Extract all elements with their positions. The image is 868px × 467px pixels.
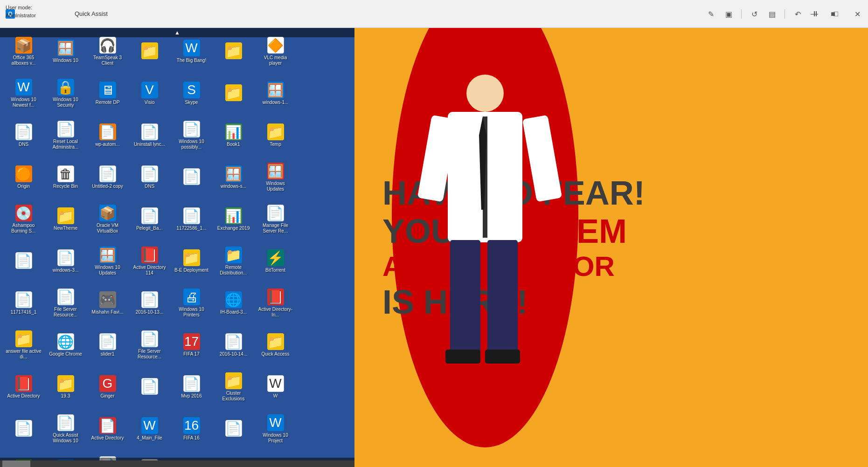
desktop-icon-42[interactable]: 📄11717416_1: [4, 283, 43, 323]
desktop-icon-21[interactable]: 🟠Origin: [4, 158, 43, 197]
desktop-icon-17[interactable]: 📄Uninstall lync...: [130, 116, 169, 155]
desktop-icon-65[interactable]: 📄Active Directory: [88, 409, 127, 449]
desktop-icon-14[interactable]: 📄DNS: [4, 116, 43, 155]
maximize-button[interactable]: □: [825, 0, 847, 28]
icon-img-49: 📁: [15, 330, 32, 347]
desktop-icon-60[interactable]: 📄Mvp 2016: [172, 367, 211, 407]
desktop-icon-33[interactable]: 📊Exchange 2019: [214, 199, 253, 239]
desktop-icon-12[interactable]: 📁: [214, 74, 253, 113]
desktop-icon-1[interactable]: 🪟Windows 10: [46, 32, 85, 71]
desktop-icon-41[interactable]: ⚡BitTorrent: [256, 241, 295, 281]
desktop-icon-6[interactable]: 🔶VLC media player: [256, 32, 295, 71]
undo-button[interactable]: ↶: [791, 7, 805, 21]
desktop-icon-29[interactable]: 📁NewTheme: [46, 199, 85, 239]
icon-img-13: 🪟: [267, 82, 284, 98]
desktop-icon-19[interactable]: 📊Book1: [214, 116, 253, 155]
horizontal-scrollbar[interactable]: [0, 460, 354, 467]
desktop-icon-67[interactable]: 16FIFA 16: [172, 409, 211, 449]
desktop-icon-13[interactable]: 🪟windows-1...: [256, 74, 295, 113]
icon-label-55: Quick Access: [261, 351, 289, 357]
layout-button[interactable]: ▤: [765, 7, 779, 21]
icon-img-40: 📁: [225, 247, 242, 263]
refresh-button[interactable]: ↺: [747, 7, 761, 21]
edit-button[interactable]: ✎: [704, 7, 718, 21]
desktop-icon-37[interactable]: 🪟Windows 10 Updates: [88, 241, 127, 281]
desktop-icon-69[interactable]: WWindows 10 Project: [256, 409, 295, 449]
desktop-icon-23[interactable]: 📄Untitled-2 copy: [88, 158, 127, 197]
desktop-icon-34[interactable]: 📄Manage File Server Re...: [256, 199, 295, 239]
desktop-icon-50[interactable]: 🌐Google Chrome: [46, 325, 85, 365]
desktop-icon-2[interactable]: 🎧TeamSpeak 3 Client: [88, 32, 127, 71]
desktop-icon-36[interactable]: 📄windows-3...: [46, 241, 85, 281]
desktop-icon-55[interactable]: 📁Quick Access: [256, 325, 295, 365]
desktop-icon-49[interactable]: 📁answer file active di...: [4, 325, 43, 365]
desktop-icon-54[interactable]: 📄2016-10-14...: [214, 325, 253, 365]
desktop-icon-8[interactable]: 🔒Windows 10 Security: [46, 74, 85, 113]
desktop-icon-18[interactable]: 📄Windows 10 possibly...: [172, 116, 211, 155]
icon-label-41: BitTorrent: [265, 268, 285, 273]
character-silhouette: [410, 56, 569, 429]
desktop-icon-53[interactable]: 17FIFA 17: [172, 325, 211, 365]
desktop-icon-51[interactable]: 📄slider1: [88, 325, 127, 365]
icon-img-1: 🪟: [57, 40, 74, 56]
desktop-icon-26[interactable]: 🪟windows-s...: [214, 158, 253, 197]
icon-label-66: 4_Main_File: [137, 435, 162, 441]
icon-label-40: Remote Distribution...: [215, 265, 251, 276]
desktop-icon-3[interactable]: 📁: [130, 32, 169, 71]
desktop-icon-58[interactable]: GGinger: [88, 367, 127, 407]
desktop-icon-40[interactable]: 📁Remote Distribution...: [214, 241, 253, 281]
desktop-icon-44[interactable]: 🎮Mishahn Favi...: [88, 283, 127, 323]
icon-label-1: Windows 10: [53, 58, 78, 63]
icon-img-39: 📁: [183, 249, 200, 266]
icon-label-69: Windows 10 Project: [257, 433, 293, 444]
desktop-icon-22[interactable]: 🗑Recycle Bin: [46, 158, 85, 197]
desktop-icon-24[interactable]: 📄DNS: [130, 158, 169, 197]
desktop-icon-9[interactable]: 🖥Remote DP: [88, 74, 127, 113]
desktop-icon-32[interactable]: 📄11722586_1...: [172, 199, 211, 239]
icon-label-46: Windows 10 Printers: [174, 307, 209, 318]
desktop-icon-63[interactable]: 📄: [4, 409, 43, 449]
desktop-icon-25[interactable]: 📄: [172, 158, 211, 197]
hscroll-thumb[interactable]: [2, 460, 30, 467]
desktop-icon-11[interactable]: SSkype: [172, 74, 211, 113]
desktop-icon-47[interactable]: 🌐IH-Board-3...: [214, 283, 253, 323]
desktop-icon-20[interactable]: 📁Temp: [256, 116, 295, 155]
icon-img-59: 📄: [141, 378, 158, 395]
desktop-icon-5[interactable]: 📁: [214, 32, 253, 71]
icon-label-39: B-E Deployment: [174, 268, 208, 273]
desktop-icon-57[interactable]: 📁19.3: [46, 367, 85, 407]
user-mode-label: User mode:: [6, 4, 36, 12]
icon-label-44: Mishahn Favi...: [92, 309, 124, 315]
icon-label-16: wp-autom...: [95, 142, 119, 147]
desktop-icon-46[interactable]: 🖨Windows 10 Printers: [172, 283, 211, 323]
desktop-icon-59[interactable]: 📄: [130, 367, 169, 407]
desktop-icon-4[interactable]: WThe Big Bang!: [172, 32, 211, 71]
icon-img-44: 🎮: [99, 291, 116, 308]
desktop-icon-16[interactable]: 📄wp-autom...: [88, 116, 127, 155]
desktop-icon-64[interactable]: 📄Quick Assist Windows 10: [46, 409, 85, 449]
desktop-icon-30[interactable]: 📦Oracle VM VirtualBox: [88, 199, 127, 239]
icon-label-31: Pelegit_Ba...: [136, 226, 163, 231]
desktop-icon-39[interactable]: 📁B-E Deployment: [172, 241, 211, 281]
desktop-icon-15[interactable]: 📄Reset Local Administra...: [46, 116, 85, 155]
desktop-icon-43[interactable]: 📄File Server Resource...: [46, 283, 85, 323]
desktop-icon-61[interactable]: 📁Cluster Exclusions: [214, 367, 253, 407]
desktop-icon-52[interactable]: 📄File Server Resource...: [130, 325, 169, 365]
desktop-icon-68[interactable]: 📄: [214, 409, 253, 449]
desktop-icon-0[interactable]: 📦Office 365 allboxes v...: [4, 32, 43, 71]
desktop-icon-31[interactable]: 📄Pelegit_Ba...: [130, 199, 169, 239]
minimize-button[interactable]: —: [804, 0, 825, 28]
desktop-icon-45[interactable]: 📄2016-10-13...: [130, 283, 169, 323]
desktop-icon-7[interactable]: WWindows 10 Newest f...: [4, 74, 43, 113]
desktop-icon-66[interactable]: W4_Main_File: [130, 409, 169, 449]
desktop-icon-62[interactable]: WW: [256, 367, 295, 407]
monitor-button[interactable]: ▣: [722, 7, 736, 21]
desktop-icon-48[interactable]: 📕Active Directory-In...: [256, 283, 295, 323]
desktop-icon-56[interactable]: 📕Active Directory: [4, 367, 43, 407]
close-button[interactable]: ✕: [847, 0, 868, 28]
desktop-icon-10[interactable]: VVisio: [130, 74, 169, 113]
desktop-icon-35[interactable]: 📄: [4, 241, 43, 281]
desktop-icon-28[interactable]: 💿Ashampoo Burning S...: [4, 199, 43, 239]
desktop-icon-38[interactable]: 📕Active Directory 114: [130, 241, 169, 281]
desktop-icon-27[interactable]: 🪟Windows Updates: [256, 158, 295, 197]
